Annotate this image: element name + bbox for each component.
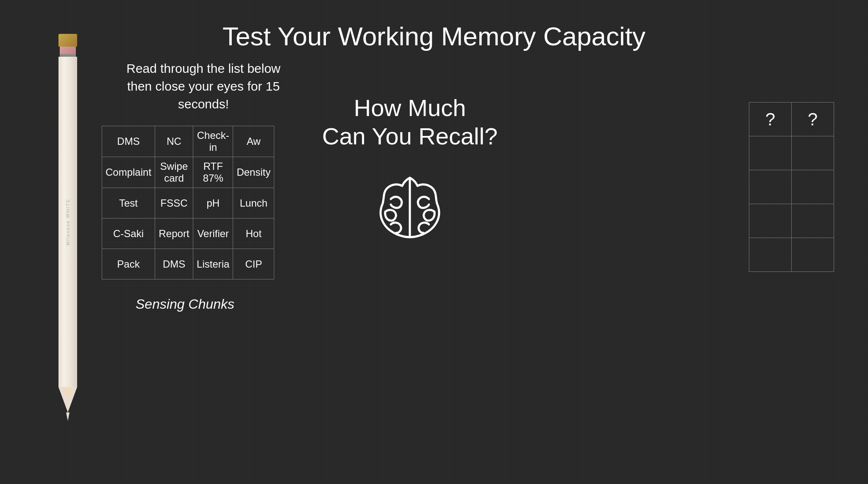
table-cell: Test xyxy=(102,188,155,218)
table-cell: Hot xyxy=(233,218,274,249)
recall-cell: ? xyxy=(749,102,792,136)
recall-cell xyxy=(792,238,834,272)
table-cell: Density xyxy=(233,157,274,188)
table-cell: Verifier xyxy=(193,218,233,249)
pencil-label: Milanese WHITE xyxy=(65,199,70,246)
pencil-body: Milanese WHITE xyxy=(58,57,77,387)
right-panel: ?? xyxy=(749,60,868,272)
recall-cell xyxy=(749,204,792,238)
brain-icon xyxy=(367,167,452,252)
middle-panel: How Much Can You Recall? xyxy=(322,60,498,252)
table-cell: Listeria xyxy=(193,249,233,279)
recall-cell xyxy=(749,238,792,272)
content-area: Read through the list below then close y… xyxy=(0,51,868,312)
table-cell: DMS xyxy=(155,249,193,279)
recall-cell xyxy=(792,136,834,170)
table-cell: DMS xyxy=(102,126,155,157)
table-cell: CIP xyxy=(233,249,274,279)
table-cell: FSSC xyxy=(155,188,193,218)
table-cell: Check-in xyxy=(193,126,233,157)
table-cell: C-Saki xyxy=(102,218,155,249)
table-cell: Lunch xyxy=(233,188,274,218)
caption: Sensing Chunks xyxy=(136,296,234,312)
pencil-decoration: Milanese WHITE xyxy=(55,34,81,415)
table-cell: Aw xyxy=(233,126,274,157)
instruction-text: Read through the list below then close y… xyxy=(119,60,288,113)
recall-title-line1: How Much xyxy=(354,94,466,121)
recall-title-line2: Can You Recall? xyxy=(322,123,498,149)
table-cell: Report xyxy=(155,218,193,249)
recall-grid: ?? xyxy=(749,102,834,272)
table-cell: Pack xyxy=(102,249,155,279)
recall-cell xyxy=(749,170,792,204)
pencil-eraser-cap xyxy=(58,34,77,47)
word-table: DMSNCCheck-inAwComplaintSwipe cardRTF 87… xyxy=(102,126,274,279)
pencil-tip xyxy=(58,387,77,412)
table-cell: Swipe card xyxy=(155,157,193,188)
recall-title: How Much Can You Recall? xyxy=(322,94,498,150)
page-title: Test Your Working Memory Capacity xyxy=(0,0,868,51)
table-cell: pH xyxy=(193,188,233,218)
table-cell: Complaint xyxy=(102,157,155,188)
table-cell: RTF 87% xyxy=(193,157,233,188)
left-panel: Read through the list below then close y… xyxy=(102,60,288,312)
pencil-eraser xyxy=(60,47,76,54)
table-cell: NC xyxy=(155,126,193,157)
recall-cell xyxy=(792,204,834,238)
recall-cell: ? xyxy=(792,102,834,136)
recall-cell xyxy=(749,136,792,170)
recall-cell xyxy=(792,170,834,204)
pencil-point xyxy=(66,412,70,421)
